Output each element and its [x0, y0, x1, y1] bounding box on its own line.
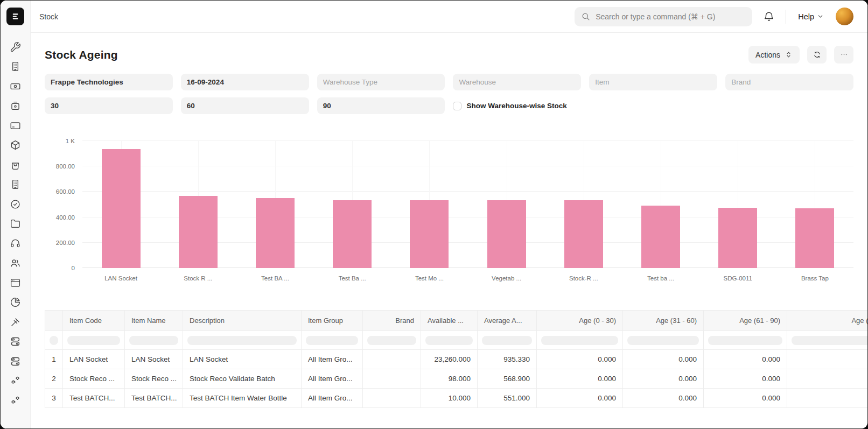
- sidebar-item-shield-check-8[interactable]: [6, 194, 25, 214]
- chart-x-tick-label: Stock-R ...: [569, 275, 598, 282]
- chart-slot: Test ba ...: [622, 141, 699, 268]
- erpnext-logo-icon: [10, 11, 20, 22]
- table-cell: 0.000: [623, 350, 704, 369]
- range2-filter[interactable]: [181, 97, 309, 114]
- column-filter-input-Age (0 - 30)[interactable]: [541, 336, 618, 345]
- chart-bar-Test Mo ...[interactable]: [410, 200, 449, 268]
- column-header-index[interactable]: [45, 311, 63, 331]
- column-header-Item Group[interactable]: Item Group: [302, 311, 363, 331]
- chevron-up-down-icon: [785, 51, 793, 59]
- sidebar-item-package-5[interactable]: [6, 136, 25, 156]
- column-filter-input-Item Name[interactable]: [129, 336, 178, 345]
- chart-bar-Test ba ...[interactable]: [641, 206, 680, 268]
- column-header-Age (31 - 60)[interactable]: Age (31 - 60): [623, 311, 704, 331]
- toggles-icon: [10, 336, 21, 347]
- chart-slot: LAN Socket: [82, 141, 159, 268]
- page-title: Stock Ageing: [45, 48, 118, 61]
- table-cell: Stock Reco ...: [63, 369, 125, 389]
- column-header-Brand[interactable]: Brand: [363, 311, 421, 331]
- topbar: Stock Help: [31, 1, 867, 33]
- sidebar-item-plug-17[interactable]: [6, 371, 25, 391]
- column-filter-input-Age (31 - 60)[interactable]: [627, 336, 699, 345]
- sidebar-item-banknote-2[interactable]: [6, 76, 25, 96]
- app-logo[interactable]: [6, 8, 24, 25]
- sidebar-item-cashbox-3[interactable]: [6, 96, 25, 116]
- warehouse-type-filter[interactable]: [317, 74, 445, 90]
- sidebar-item-shopping-bag-6[interactable]: [6, 155, 25, 175]
- chart-bar-LAN Socket[interactable]: [102, 149, 141, 268]
- sidebar-item-building-7[interactable]: [6, 175, 25, 195]
- sidebar-item-users-11[interactable]: [6, 254, 25, 273]
- column-filter-input-Brand[interactable]: [367, 336, 416, 345]
- sidebar-item-plug-18[interactable]: [6, 391, 25, 411]
- table-row[interactable]: 3Test BATCH...Test BATCH...Test BATCH It…: [45, 389, 868, 408]
- sidebar-item-browser-12[interactable]: [6, 273, 25, 293]
- refresh-button[interactable]: [807, 46, 827, 64]
- notifications-button[interactable]: [761, 9, 777, 25]
- chart-bar-Test Ba ...[interactable]: [333, 200, 372, 268]
- range3-filter[interactable]: [317, 97, 445, 114]
- table-cell: [363, 350, 421, 369]
- checkbox-box[interactable]: [453, 102, 461, 110]
- sidebar-item-tools-0[interactable]: [6, 37, 25, 57]
- chart-bar-Vegetab ...[interactable]: [487, 200, 526, 268]
- sidebar-item-headset-10[interactable]: [6, 234, 25, 254]
- column-header-Item Code[interactable]: Item Code: [63, 311, 125, 331]
- column-filter-input-Age (61 - 90)[interactable]: [708, 336, 782, 345]
- chart-bar-Stock R ...[interactable]: [179, 196, 218, 268]
- table-filter-row: [45, 331, 868, 350]
- item-filter[interactable]: [589, 74, 717, 90]
- sidebar-item-toggles-15[interactable]: [6, 332, 25, 352]
- column-header-Age (91 - Above)[interactable]: Age (91 - Above): [787, 311, 868, 331]
- sidebar-item-credit-card-4[interactable]: [6, 116, 25, 136]
- sidebar-item-pie-chart-13[interactable]: [6, 293, 25, 313]
- column-filter-input-index[interactable]: [50, 336, 58, 345]
- building-icon: [10, 179, 21, 190]
- chart-x-tick-label: Vegetab ...: [492, 275, 521, 282]
- warehouse-filter[interactable]: [453, 74, 581, 90]
- column-filter-input-Description[interactable]: [187, 336, 297, 345]
- column-filter-input-Average A...[interactable]: [482, 336, 532, 345]
- range1-filter[interactable]: [45, 97, 173, 114]
- sidebar-item-folder-9[interactable]: [6, 214, 25, 234]
- actions-button[interactable]: Actions: [748, 46, 800, 64]
- search-input[interactable]: [575, 7, 752, 26]
- as-on-date-filter[interactable]: [181, 74, 309, 90]
- company-filter[interactable]: [45, 74, 173, 90]
- search-field[interactable]: [594, 12, 746, 22]
- column-header-Average A...[interactable]: Average A...: [478, 311, 537, 331]
- column-filter-input-Item Group[interactable]: [306, 336, 358, 345]
- column-header-Age (0 - 30)[interactable]: Age (0 - 30): [537, 311, 623, 331]
- menu-button[interactable]: [834, 46, 853, 64]
- column-filter-input-Age (91 - Above)[interactable]: [792, 336, 867, 345]
- help-button[interactable]: Help: [795, 12, 827, 22]
- column-header-Item Name[interactable]: Item Name: [125, 311, 183, 331]
- chart-x-tick-label: Test ba ...: [647, 275, 674, 282]
- chart-slot: SDG-0011: [699, 141, 776, 268]
- warehouse-wise-checkbox[interactable]: Show Warehouse-wise Stock: [453, 97, 717, 114]
- user-avatar[interactable]: [836, 8, 853, 25]
- column-header-Description[interactable]: Description: [183, 311, 302, 331]
- page-content: Stock Ageing Actions: [31, 33, 867, 428]
- chart-bar-Test BA ...[interactable]: [256, 198, 295, 268]
- brand-filter[interactable]: [725, 74, 853, 90]
- sidebar-item-build-14[interactable]: [6, 312, 25, 332]
- table-row[interactable]: 2Stock Reco ...Stock Reco ...Stock Reco …: [45, 369, 868, 389]
- sidebar: [1, 1, 31, 428]
- column-filter-input-Item Code[interactable]: [67, 336, 120, 345]
- chart-plot-area: 0200.00400.00600.00800.001 KLAN SocketSt…: [82, 141, 853, 268]
- sidebar-item-building-1[interactable]: [6, 57, 25, 77]
- table-row[interactable]: 1LAN SocketLAN SocketLAN SocketAll Item …: [45, 350, 868, 369]
- chart-bar-SDG-0011[interactable]: [718, 208, 757, 268]
- chart-slot: Brass Tap: [776, 141, 853, 268]
- column-header-Age (61 - 90)[interactable]: Age (61 - 90): [704, 311, 787, 331]
- breadcrumb[interactable]: Stock: [39, 12, 58, 21]
- ellipsis-icon: [840, 51, 848, 59]
- chart-y-tick-label: 400.00: [45, 214, 75, 221]
- column-filter-input-Available ...[interactable]: [425, 336, 473, 345]
- help-label: Help: [798, 12, 814, 21]
- chart-bar-Stock-R ...[interactable]: [564, 200, 603, 268]
- column-header-Available ...[interactable]: Available ...: [421, 311, 478, 331]
- sidebar-item-toggles-16[interactable]: [6, 351, 25, 371]
- chart-bar-Brass Tap[interactable]: [795, 208, 834, 268]
